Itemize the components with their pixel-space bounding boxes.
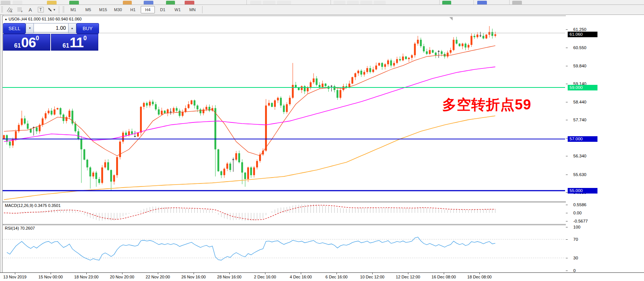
- equidistant-channel-icon[interactable]: E: [5, 6, 14, 13]
- candle-body: [405, 57, 407, 59]
- candle-body: [137, 132, 139, 136]
- rsi-chart[interactable]: [3, 225, 565, 272]
- cropped-toolbar-icon[interactable]: [512, 1, 522, 5]
- cropped-toolbar-icon[interactable]: [360, 1, 372, 5]
- time-axis-label: 2 Dec 16:00: [254, 275, 276, 279]
- cropped-toolbar-icon[interactable]: [144, 1, 153, 5]
- cropped-toolbar-icon[interactable]: [263, 1, 275, 5]
- volume-input[interactable]: [34, 23, 68, 32]
- candle-body: [325, 84, 326, 86]
- candle-body: [200, 109, 201, 113]
- candle-body: [214, 108, 216, 149]
- bid-prefix: 61: [14, 42, 21, 50]
- candle-body: [128, 131, 130, 135]
- up-triangle-icon: ▲: [4, 17, 7, 21]
- cropped-toolbar-icon[interactable]: [69, 1, 79, 5]
- price-axis[interactable]: 61.25060.55059.84059.14058.44057.74057.0…: [566, 15, 644, 272]
- candle-body: [408, 58, 410, 59]
- time-axis-label: 20 Nov 20:00: [110, 275, 134, 279]
- time-axis-label: 13 Nov 2019: [3, 275, 26, 279]
- timeframe-button-h1[interactable]: H1: [126, 6, 140, 13]
- candle-body: [342, 86, 344, 90]
- arrow-tools-icon[interactable]: ▼: [47, 6, 56, 13]
- candle-body: [396, 59, 398, 63]
- candle-body: [188, 104, 189, 108]
- time-axis-label: 26 Nov 16:00: [181, 275, 205, 279]
- cropped-toolbar-icon[interactable]: [250, 1, 261, 5]
- ask-quote[interactable]: 61 11 0: [51, 34, 98, 51]
- timeframe-button-d1[interactable]: D1: [156, 6, 170, 13]
- timeframe-group: M1M5M15M30H1H4D1W1MN: [66, 6, 200, 13]
- candle-body: [307, 87, 309, 91]
- candle-body: [197, 106, 198, 109]
- time-axis-label: 18 Nov 23:00: [74, 275, 98, 279]
- text-label-icon[interactable]: T: [36, 6, 45, 13]
- toolbar-grip[interactable]: [1, 6, 3, 13]
- sell-button[interactable]: SELL: [3, 23, 26, 34]
- candle-body: [51, 111, 52, 114]
- candle-body: [268, 103, 270, 106]
- cropped-toolbar-icon[interactable]: [277, 1, 291, 5]
- candle-body: [229, 163, 231, 170]
- candle-body: [482, 36, 484, 38]
- cropped-toolbar-icon[interactable]: [13, 1, 22, 5]
- candle-body: [485, 35, 487, 38]
- cropped-toolbar-icon[interactable]: [166, 1, 175, 5]
- cropped-toolbar-icon[interactable]: [477, 1, 487, 5]
- candle-body: [420, 40, 422, 46]
- time-tick: [301, 273, 301, 274]
- candle-body: [238, 153, 240, 162]
- ma-slow-line: [4, 116, 495, 199]
- candle-body: [402, 57, 404, 60]
- candle-body: [9, 142, 11, 146]
- time-tick: [158, 273, 158, 274]
- cropped-toolbar-icon[interactable]: [123, 1, 132, 5]
- macd-chart[interactable]: [3, 202, 565, 223]
- price-tick: [566, 29, 568, 30]
- time-tick: [51, 273, 51, 274]
- volume-down-spinner[interactable]: ▼: [26, 23, 34, 33]
- time-tick: [444, 273, 444, 274]
- time-axis[interactable]: 13 Nov 201915 Nov 00:0018 Nov 23:0020 No…: [0, 272, 644, 281]
- candle-body: [241, 162, 243, 173]
- cropped-toolbar-icon[interactable]: [47, 1, 57, 5]
- volume-up-spinner[interactable]: ▲: [68, 23, 76, 33]
- text-icon[interactable]: A: [26, 6, 35, 13]
- chart-text-annotation[interactable]: 多空转折点59: [442, 95, 531, 114]
- candle-body: [381, 63, 383, 67]
- candle-body: [247, 167, 249, 179]
- cropped-toolbar-icon[interactable]: [374, 1, 386, 5]
- timeframe-button-m15[interactable]: M15: [96, 6, 110, 13]
- candle-body: [203, 109, 204, 113]
- toolbar-grip[interactable]: [63, 6, 64, 13]
- timeframe-button-mn[interactable]: MN: [185, 6, 200, 13]
- cropped-toolbar-icon[interactable]: [347, 1, 359, 5]
- cropped-toolbar-icon[interactable]: [185, 1, 194, 5]
- candle-body: [122, 132, 124, 141]
- candle-body: [283, 106, 285, 112]
- candle-body: [491, 32, 493, 36]
- timeframe-button-m5[interactable]: M5: [81, 6, 95, 13]
- macd-tick: [566, 205, 568, 205]
- price-badge: 59.000: [568, 85, 597, 90]
- timeframe-button-m1[interactable]: M1: [66, 6, 80, 13]
- fibonacci-lines-icon[interactable]: F: [16, 6, 25, 13]
- candle-body: [354, 73, 356, 77]
- candle-body: [453, 40, 455, 50]
- cropped-toolbar-icon[interactable]: [442, 1, 451, 5]
- candle-body: [217, 149, 219, 171]
- price-tick-label: 60.550: [573, 45, 586, 50]
- timeframe-button-h4[interactable]: H4: [141, 6, 155, 13]
- macd-panel[interactable]: [2, 202, 566, 224]
- cropped-toolbar-icon[interactable]: [334, 1, 345, 5]
- buy-button[interactable]: BUY: [76, 23, 99, 34]
- timeframe-button-m30[interactable]: M30: [111, 6, 125, 13]
- timeframe-button-w1[interactable]: W1: [170, 6, 185, 13]
- toolbar-separator: [331, 0, 331, 4]
- rsi-panel[interactable]: [2, 225, 566, 273]
- bid-quote[interactable]: 61 06 0: [3, 34, 50, 51]
- svg-text:F: F: [21, 10, 23, 13]
- candle-body: [6, 135, 8, 141]
- candle-body: [417, 40, 419, 44]
- cropped-toolbar-icon[interactable]: [1, 1, 10, 5]
